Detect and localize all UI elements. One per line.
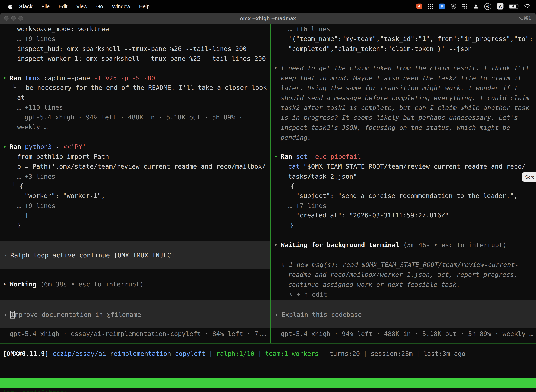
omx-worktree-path: cczip/essay/ai-reimplementation-copyleft [53, 350, 206, 357]
tmux-session-name: [omx-cczip0:bash* [3, 388, 68, 392]
output-line: └{ [283, 181, 295, 191]
team-workers: team:1 workers [265, 350, 319, 357]
text-cursor: I [10, 311, 15, 318]
reasoning-line: is in progress? It seems likely but perh… [281, 112, 518, 122]
bullet-icon: • [274, 153, 278, 160]
prompt-text: Explain this codebase [281, 311, 362, 318]
menu-bar: Slack File Edit View Go Window Help 61 A [0, 0, 536, 13]
working-meta: (6m 38s • esc to interrupt) [36, 281, 144, 288]
separator: | [209, 350, 213, 357]
output-line: } [17, 220, 21, 230]
terminal-window: omx --xhigh --madmax ⌥⌘1 workspace_mode:… [0, 13, 536, 392]
separator: | [322, 350, 326, 357]
model-usage-line: weekly … [17, 122, 48, 132]
tmux-status-bar: [omx-cczip0:bash* "MacBook-Pro-44.local"… [0, 378, 536, 388]
corner-icon: └ [12, 182, 16, 190]
corner-icon: └ [283, 182, 287, 190]
blue-app-icon[interactable] [439, 3, 445, 9]
ran-label: Ran [10, 143, 21, 150]
prompt-input-suggestion[interactable]: ›Improve documentation in @filename [0, 300, 270, 328]
working-status-line: •Working (6m 38s • esc to interrupt) [3, 279, 144, 289]
command-line: •Ran set -euo pipefail [274, 152, 361, 161]
cpu-meter-value: 61 [486, 5, 489, 8]
reasoning-line: pending. [281, 132, 311, 142]
apple-menu-icon[interactable] [8, 3, 12, 9]
input-source-icon[interactable]: A [497, 3, 503, 9]
prompt-input-suggestion[interactable]: ›Explain this codebase [271, 300, 536, 328]
pane-left[interactable]: workspace_mode: worktree … +9 lines insp… [0, 23, 270, 343]
command-name: cat [288, 163, 304, 170]
script-line: from pathlib import Path [17, 152, 109, 161]
menu-window[interactable]: Window [112, 3, 130, 9]
menu-edit[interactable]: Edit [58, 3, 67, 9]
script-line: p = Path('.omx/state/team/review-current… [17, 161, 266, 171]
corner-icon: └ [12, 84, 16, 91]
reasoning-line: I need to get the claim token from the c… [281, 63, 529, 73]
reasoning-line: task2 after task1 is complete, but can I… [281, 103, 529, 112]
menu-bar-status-icons: 61 A [416, 3, 536, 10]
collapsed-lines-indicator: … +3 lines [17, 171, 55, 181]
reasoning-line: later. Using the same for transition mig… [281, 83, 518, 93]
window-titlebar[interactable]: omx --xhigh --madmax ⌥⌘1 [0, 13, 536, 24]
close-button[interactable] [4, 16, 9, 20]
bullet-icon: • [3, 143, 7, 150]
pane-divider-vertical[interactable] [270, 23, 271, 343]
output-line: └{ [12, 181, 23, 191]
pane-divider-horizontal[interactable] [0, 343, 536, 344]
terminal-content: workspace_mode: worktree … +9 lines insp… [0, 23, 536, 392]
app-menu-slack[interactable]: Slack [19, 3, 33, 9]
bullet-icon: • [274, 63, 278, 73]
input-source-letter: A [499, 4, 502, 9]
command-json-line: '{"team_name":"my-team","task_id":"1","f… [288, 34, 533, 44]
user-status-icon[interactable] [473, 4, 479, 9]
output-text: { [291, 182, 295, 190]
command-line: tasks/task-2.json" [288, 171, 357, 181]
menu-go[interactable]: Go [96, 3, 103, 9]
output-line: at [17, 93, 25, 103]
pane-right[interactable]: … +16 lines '{"team_name":"my-team","tas… [271, 23, 536, 343]
output-line: └be necessary for the end of the README.… [12, 83, 267, 92]
output-text: { [19, 182, 23, 190]
separator: | [363, 350, 367, 357]
battery-nub [518, 5, 519, 7]
separator: | [258, 350, 262, 357]
minimize-button[interactable] [11, 16, 16, 20]
collapsed-lines-indicator: … +110 lines [17, 103, 63, 112]
collapsed-lines-indicator: … +9 lines [17, 201, 55, 210]
menu-view[interactable]: View [76, 3, 87, 9]
model-usage-line: gpt-5.4 xhigh · 94% left · 488K in · 5.1… [25, 112, 243, 122]
prompt-input-active[interactable]: ›Ralph loop active continue [OMX_TMUX_IN… [0, 241, 270, 269]
output-line: } [290, 220, 294, 230]
omx-status-line: [OMX#0.11.9]cczip/essay/ai-reimplementat… [3, 349, 465, 359]
config-line: inspect_hud: omx sparkshell --tmux-pane … [17, 44, 247, 54]
command-name: python3 [21, 143, 52, 150]
dots-grid-icon[interactable] [462, 4, 467, 9]
bullet-icon: • [3, 75, 7, 82]
window-grid-icon[interactable] [428, 4, 433, 9]
reasoning-line: keep that in mind. Maybe I also need the… [281, 73, 522, 83]
output-line: "created_at": "2026-03-31T11:59:27.816Z" [296, 210, 449, 220]
waiting-status-line: •Waiting for background terminal (3m 46s… [274, 240, 507, 250]
battery-icon[interactable] [509, 4, 518, 9]
output-text: be necessary for the end of the README. … [26, 84, 267, 91]
mailbox-text: 1 new msg(s): read $OMX_TEAM_STATE_ROOT/… [289, 261, 519, 268]
reasoning-line: should send a message before completing … [281, 93, 529, 103]
command-line: •Ran tmux capture-pane -t %25 -p -S -80 [3, 73, 155, 83]
working-label: Working [10, 281, 36, 288]
zoom-button[interactable] [19, 16, 23, 20]
turns-counter: turns:20 [329, 350, 360, 357]
screen-recording-stop-icon[interactable] [416, 3, 422, 9]
menu-file[interactable]: File [42, 3, 50, 9]
command-json-line: "completed","claim_token":"claim-token"}… [288, 44, 472, 54]
menu-help[interactable]: Help [139, 3, 150, 9]
dark-circle-app-icon[interactable] [450, 3, 456, 9]
wifi-icon[interactable] [524, 4, 531, 9]
pane-status-line: gpt-5.4 xhigh · essay/ai-reimplementatio… [10, 329, 266, 339]
ran-label: Ran [10, 75, 21, 82]
output-line: "subject": "send a concise recommendatio… [296, 191, 517, 201]
mailbox-message-line: continue assigned work or next feasible … [288, 280, 460, 289]
cpu-meter-icon[interactable]: 61 [484, 3, 491, 10]
prompt-chevron-icon: › [3, 311, 7, 318]
screenshot-preview[interactable]: Scre [522, 173, 536, 182]
window-title: omx --xhigh --madmax [240, 15, 296, 21]
